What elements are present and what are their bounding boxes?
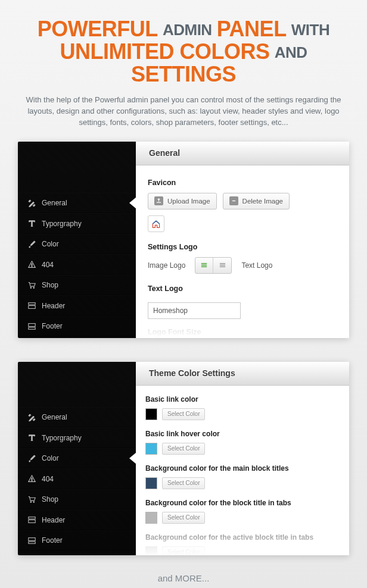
text-logo-toggle[interactable] [213,258,231,273]
content-body: Favicon Upload Image Delete Image Settin… [136,165,349,332]
svg-rect-5 [28,306,35,309]
brush-icon [26,240,37,248]
content-title: General [149,148,180,158]
svg-rect-14 [31,478,32,480]
sidebar-item-label: Footer [42,536,63,545]
image-logo-toggle[interactable] [195,258,213,273]
content-title: Theme Color Settings [149,368,235,378]
headline-part: WITH [291,21,329,39]
cart-icon [26,282,37,289]
sidebar-item-label: 404 [42,475,54,483]
sidebar-item-label: General [42,199,67,207]
button-label: Upload Image [167,198,210,205]
home-icon [151,219,161,229]
select-color-button[interactable]: Select Color [162,546,205,555]
type-icon [26,220,37,227]
admin-panel-general: General Typorgraphy Color 404 Shop [18,142,349,338]
select-color-button[interactable]: Select Color [162,512,205,524]
sidebar-item-shop[interactable]: Shop [18,489,136,510]
color-swatch[interactable] [145,443,157,455]
svg-rect-18 [28,517,35,519]
color-setting-row: Background color for the main block titl… [145,464,340,489]
svg-point-3 [33,287,34,288]
headline-part: UNLIMITED COLORS [60,39,270,64]
sidebar-item-typography[interactable]: Typorgraphy [18,213,136,234]
sidebar-item-label: Typorgraphy [42,434,82,442]
text-logo-input[interactable] [148,302,241,319]
sidebar-item-label: Shop [42,495,58,503]
sidebar-item-label: 404 [42,261,54,269]
svg-rect-20 [28,537,35,540]
and-more-text: and MORE... [0,573,367,583]
logo-mode-toggle [195,257,232,274]
upload-image-button[interactable]: Upload Image [148,193,217,209]
sidebar-item-header[interactable]: Header [18,295,136,316]
logo-font-size-label: Logo Font Size [148,328,201,336]
text-logo-label: Text Logo [241,261,272,270]
admin-sidebar: General Typorgraphy Color 404 Shop Heade… [18,362,136,555]
svg-rect-0 [31,264,32,265]
sidebar-item-label: Shop [42,281,58,289]
headline-part: PANEL [217,17,287,41]
svg-rect-1 [31,266,32,267]
sidebar-item-footer[interactable]: Footer [18,530,136,551]
layout-icon [26,516,37,524]
tools-icon [26,414,37,421]
color-label: Basic link color [145,395,340,404]
text-mode-icon [219,261,226,269]
select-color-button[interactable]: Select Color [162,477,205,489]
layout-icon [26,537,37,545]
content-header: General [136,142,349,165]
sidebar-item-general[interactable]: General [18,193,136,214]
favicon-label: Favicon [148,179,337,187]
color-setting-row: Basic link hover color Select Color [145,430,340,455]
color-swatch[interactable] [145,512,157,524]
admin-sidebar: General Typorgraphy Color 404 Shop [18,142,136,338]
brush-icon [26,455,37,462]
sidebar-item-label: General [42,413,67,421]
select-color-button[interactable]: Select Color [162,443,205,455]
svg-point-16 [30,501,31,502]
sidebar-item-label: Header [42,516,65,524]
headline-part: POWERFUL [38,17,158,41]
color-label: Background color for the active block ti… [145,533,340,542]
upload-icon [154,196,163,205]
svg-rect-19 [28,520,35,523]
sidebar-item-shop[interactable]: Shop [18,275,136,296]
sidebar-item-header[interactable]: Header [18,509,136,530]
color-setting-row: Background color for the block title in … [145,499,340,524]
select-color-button[interactable]: Select Color [162,408,205,420]
color-label: Background color for the block title in … [145,499,340,507]
favicon-preview [148,215,164,232]
warning-icon [26,475,37,483]
color-swatch[interactable] [145,408,157,420]
sidebar-item-404[interactable]: 404 [18,254,136,275]
sidebar-item-typography[interactable]: Typorgraphy [18,427,136,448]
sidebar-item-general[interactable]: General [18,407,136,428]
color-swatch[interactable] [145,477,157,489]
sidebar-item-footer[interactable]: Footer [18,316,136,337]
layout-icon [26,323,37,330]
content-area: Theme Color Settings Basic link color Se… [136,362,349,555]
color-label: Basic link hover color [145,430,340,438]
subheadline: With the help of the Powerful admin pane… [0,91,367,142]
svg-rect-15 [31,480,32,481]
sidebar-item-color[interactable]: Color [18,234,136,255]
svg-rect-6 [28,323,35,326]
svg-rect-4 [28,303,35,305]
layout-icon [26,302,37,309]
color-swatch[interactable] [145,546,157,555]
sidebar-item-label: Color [42,454,59,462]
text-logo-heading: Text Logo [148,284,337,293]
sidebar-item-label: Color [42,240,59,248]
headline-part: ADMIN [163,21,212,39]
headline: POWERFUL ADMIN PANEL WITH UNLIMITED COLO… [0,0,367,91]
sidebar-item-color[interactable]: Color [18,448,136,469]
sidebar-item-label: Typorgraphy [42,220,82,228]
svg-point-2 [30,287,31,288]
headline-part: AND [275,43,307,61]
sidebar-item-404[interactable]: 404 [18,468,136,489]
sidebar-item-label: Header [42,302,65,310]
delete-icon [229,196,238,205]
delete-image-button[interactable]: Delete Image [223,193,290,209]
